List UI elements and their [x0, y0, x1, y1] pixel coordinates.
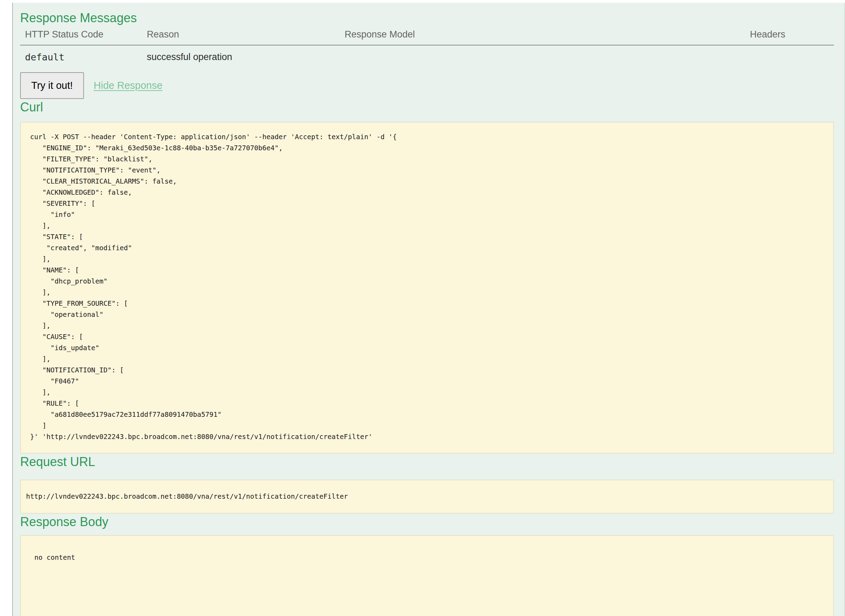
response-body-snippet: no content: [20, 535, 834, 616]
response-body-heading: Response Body: [20, 513, 834, 530]
actions-row: Try it out! Hide Response: [20, 72, 834, 99]
column-header-reason: Reason: [147, 29, 345, 45]
curl-command-snippet: curl -X POST --header 'Content-Type: app…: [20, 122, 834, 453]
request-url-snippet: http://lvndev022243.bpc.broadcom.net:808…: [20, 480, 834, 513]
response-messages-heading: Response Messages: [20, 3, 834, 26]
reason-cell: successful operation: [147, 45, 345, 69]
operation-content-panel: Response Messages HTTP Status Code Reaso…: [12, 3, 845, 616]
headers-cell: [750, 45, 834, 69]
column-header-http-status-code: HTTP Status Code: [20, 29, 147, 45]
table-row: default successful operation: [20, 45, 834, 69]
try-it-out-button[interactable]: Try it out!: [20, 72, 84, 99]
column-header-headers: Headers: [750, 29, 834, 45]
column-header-response-model: Response Model: [345, 29, 750, 45]
response-model-cell: [345, 45, 750, 69]
status-code-cell: default: [20, 45, 147, 69]
table-header-row: HTTP Status Code Reason Response Model H…: [20, 29, 834, 45]
hide-response-link[interactable]: Hide Response: [94, 80, 163, 91]
request-url-heading: Request URL: [20, 453, 834, 470]
curl-heading: Curl: [20, 99, 834, 116]
response-messages-table: HTTP Status Code Reason Response Model H…: [20, 29, 834, 69]
